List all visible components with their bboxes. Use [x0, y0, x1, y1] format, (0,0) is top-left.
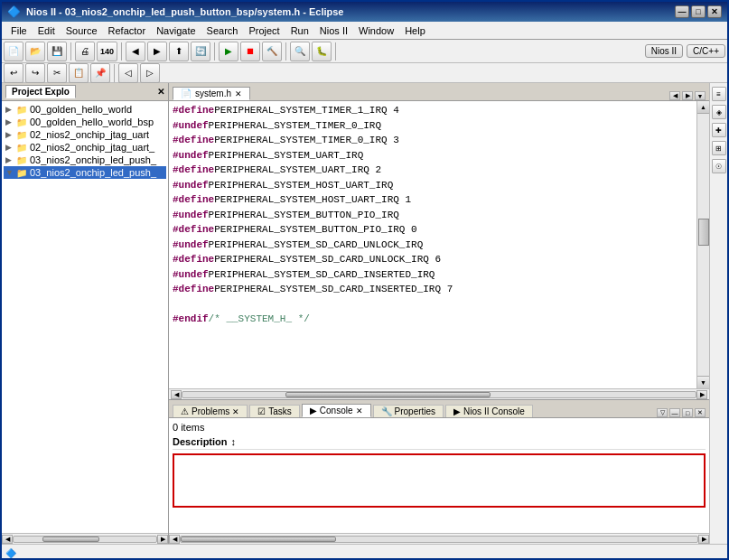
prev-button[interactable]: ◁ — [118, 63, 138, 83]
bottom-hscroll-right[interactable]: ▶ — [698, 535, 709, 544]
menu-item-navigate[interactable]: Navigate — [151, 24, 201, 37]
save-button[interactable]: 💾 — [47, 42, 67, 61]
left-hscroll[interactable]: ◀ ▶ — [2, 533, 168, 544]
code-line-4: #define PERIPHERAL_SYSTEM_UART_IRQ 2 — [173, 163, 693, 178]
menu-item-nios ii[interactable]: Nios II — [314, 24, 353, 37]
tree-label-1: 00_golden_hello_world_bsp — [30, 117, 154, 127]
code-line-12: #define PERIPHERAL_SYSTEM_SD_CARD_INSERT… — [173, 282, 693, 297]
hscroll-right[interactable]: ▶ — [157, 535, 168, 544]
toolbar2: ↩ ↪ ✂ 📋 📌 ◁ ▷ — [2, 63, 727, 83]
close-button[interactable]: ✕ — [707, 5, 722, 18]
new-button[interactable]: 📄 — [4, 42, 23, 61]
menu-item-run[interactable]: Run — [285, 24, 314, 37]
tab-close-button[interactable]: ✕ — [235, 89, 242, 98]
hscroll-track[interactable] — [13, 536, 157, 543]
project-explorer-tab[interactable]: Project Explo — [5, 85, 76, 98]
sort-icon[interactable]: ↕ — [231, 436, 237, 447]
sidebar-btn-2[interactable]: ◈ — [712, 105, 726, 119]
menu-item-file[interactable]: File — [5, 24, 33, 37]
bottom-close[interactable]: ✕ — [695, 408, 706, 417]
tree-item-0[interactable]: ▶📁00_golden_hello_world — [4, 103, 166, 116]
vscroll-up[interactable]: ▲ — [697, 101, 710, 114]
code-line-10: #define PERIPHERAL_SYSTEM_SD_CARD_UNLOCK… — [173, 252, 693, 267]
redo-button[interactable]: ↪ — [25, 63, 45, 83]
bottom-tab-tasks[interactable]: ☑ Tasks — [249, 405, 300, 417]
hscroll-left[interactable]: ◀ — [2, 535, 13, 544]
sidebar-btn-5[interactable]: ☉ — [712, 159, 726, 173]
sidebar-btn-3[interactable]: ✚ — [712, 123, 726, 137]
problems-tab-close[interactable]: ✕ — [232, 407, 239, 416]
bottom-hscroll-track[interactable] — [180, 536, 698, 543]
bottom-hscroll-left[interactable]: ◀ — [169, 535, 180, 544]
left-panel-close[interactable]: ✕ — [157, 87, 164, 97]
tree-expand-4: ▶ — [5, 155, 16, 164]
vscroll-track[interactable] — [697, 114, 710, 376]
editor-hscroll-track[interactable] — [182, 391, 696, 398]
bottom-tab-properties[interactable]: 🔧 Properties — [373, 405, 444, 417]
refresh-button[interactable]: 🔄 — [191, 42, 210, 61]
tree-item-4[interactable]: ▶📁03_nios2_onchip_led_push_ — [4, 154, 166, 166]
editor-vscroll[interactable]: ▲ ▼ — [696, 101, 709, 388]
next-button[interactable]: ▷ — [140, 63, 160, 83]
menu-item-search[interactable]: Search — [201, 24, 244, 37]
editor-tab-system-h[interactable]: 📄 system.h ✕ — [173, 87, 250, 100]
bottom-tab-nios2console[interactable]: ▶ Nios II Console — [445, 405, 533, 417]
menu-item-window[interactable]: Window — [353, 24, 399, 37]
up-button[interactable]: ⬆ — [169, 42, 189, 61]
menu-item-edit[interactable]: Edit — [33, 24, 61, 37]
forward-button[interactable]: ▶ — [147, 42, 167, 61]
cut-button[interactable]: ✂ — [47, 63, 67, 83]
sidebar-btn-4[interactable]: ⊞ — [712, 141, 726, 155]
copy-button[interactable]: 📋 — [69, 63, 89, 83]
bottom-tab-console[interactable]: ▶ Console ✕ — [302, 404, 371, 417]
cpp-badge[interactable]: C/C++ — [687, 44, 725, 58]
undo-button[interactable]: ↩ — [4, 63, 23, 83]
bottom-hscroll[interactable]: ◀ ▶ — [169, 533, 709, 544]
search-button[interactable]: 🔍 — [290, 42, 310, 61]
run-button[interactable]: ▶ — [219, 42, 238, 61]
tree-item-2[interactable]: ▶📁02_nios2_onchip_jtag_uart — [4, 128, 166, 141]
separator1 — [70, 42, 71, 61]
right-panel: 📄 system.h ✕ ◀ ▶ ▼ #define PERIPHERAL_SY… — [169, 83, 709, 544]
menu-item-source[interactable]: Source — [61, 24, 103, 37]
vscroll-down[interactable]: ▼ — [697, 376, 710, 388]
print-button[interactable]: 🖨 — [75, 42, 95, 61]
tree-expand-5: ▼ — [5, 168, 16, 177]
back-button[interactable]: ◀ — [126, 42, 145, 61]
menu-item-help[interactable]: Help — [399, 24, 431, 37]
debug-button[interactable]: 🐛 — [312, 42, 332, 61]
editor-content[interactable]: #define PERIPHERAL_SYSTEM_TIMER_1_IRQ 4#… — [169, 101, 696, 388]
bottom-menu[interactable]: ▽ — [657, 408, 668, 417]
tab-scroll-left[interactable]: ◀ — [669, 91, 680, 100]
editor-hscroll-left[interactable]: ◀ — [171, 390, 182, 399]
keyword-11: #undef — [173, 267, 209, 283]
hscroll-thumb[interactable] — [42, 537, 99, 542]
editor-hscroll-right[interactable]: ▶ — [696, 390, 707, 399]
nios2-badge[interactable]: Nios II — [645, 44, 683, 58]
build-button[interactable]: 🔨 — [262, 42, 282, 61]
editor-hscroll[interactable]: ◀ ▶ — [169, 388, 709, 399]
bottom-tab-problems[interactable]: ⚠ Problems ✕ — [173, 405, 248, 417]
menu-item-refactor[interactable]: Refactor — [103, 24, 152, 37]
maximize-button[interactable]: □ — [691, 5, 706, 18]
toolbar-right: Nios II C/C++ — [645, 44, 725, 58]
bottom-hscroll-thumb[interactable] — [181, 537, 336, 542]
minimize-button[interactable]: — — [675, 5, 689, 18]
console-tab-close[interactable]: ✕ — [356, 406, 363, 415]
tree-item-5[interactable]: ▼📁03_nios2_onchip_led_push_ — [4, 166, 166, 179]
tab-menu[interactable]: ▼ — [695, 91, 706, 100]
editor-hscroll-thumb[interactable] — [285, 392, 491, 397]
open-button[interactable]: 📂 — [25, 42, 45, 61]
bottom-maximize[interactable]: □ — [682, 408, 693, 417]
hex-button[interactable]: 140 — [97, 42, 117, 61]
stop-button[interactable]: ⏹ — [240, 42, 260, 61]
tree-item-3[interactable]: ▶📁02_nios2_onchip_jtag_uart_ — [4, 141, 166, 154]
tab-scroll-right[interactable]: ▶ — [682, 91, 693, 100]
bottom-minimize[interactable]: — — [669, 408, 680, 417]
paste-button[interactable]: 📌 — [90, 63, 110, 83]
sidebar-btn-1[interactable]: ≡ — [712, 87, 726, 101]
vscroll-thumb[interactable] — [698, 219, 709, 246]
code-line-14: #endif /* __SYSTEM_H_ */ — [173, 312, 693, 327]
tree-item-1[interactable]: ▶📁00_golden_hello_world_bsp — [4, 116, 166, 128]
menu-item-project[interactable]: Project — [243, 24, 285, 37]
